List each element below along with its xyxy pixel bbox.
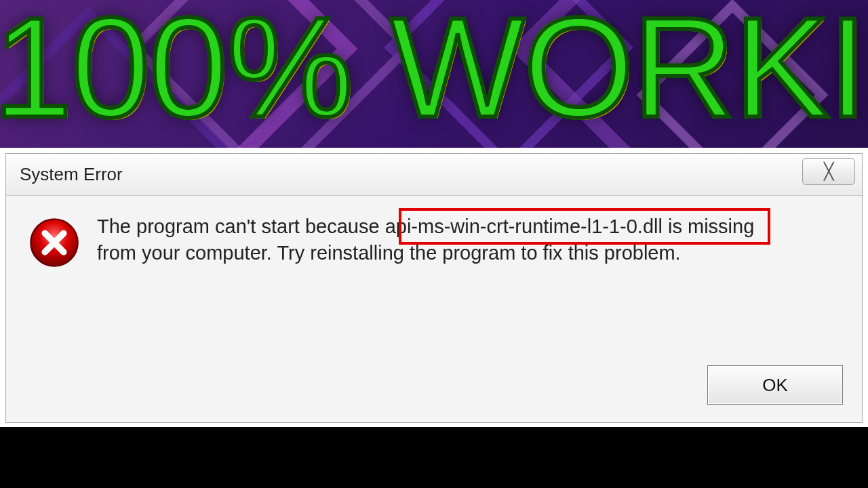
error-icon (29, 218, 79, 268)
dialog-title: System Error (20, 164, 123, 185)
decorative-diamond (384, 0, 633, 172)
dialog-footer: OK (6, 357, 862, 422)
ok-button[interactable]: OK (707, 365, 843, 405)
close-icon: ╳ (824, 162, 833, 181)
close-button[interactable]: ╳ (802, 158, 855, 185)
ok-button-label: OK (762, 375, 788, 396)
bottom-letterbox (0, 427, 868, 488)
dialog-body: The program can't start because api-ms-w… (6, 196, 862, 357)
error-dialog: System Error ╳ (5, 153, 863, 423)
dialog-titlebar[interactable]: System Error ╳ (6, 154, 862, 196)
error-dialog-window: System Error ╳ (0, 148, 868, 428)
error-message: The program can't start because api-ms-w… (97, 214, 789, 357)
error-message-text: The program can't start because api-ms-w… (97, 216, 754, 264)
